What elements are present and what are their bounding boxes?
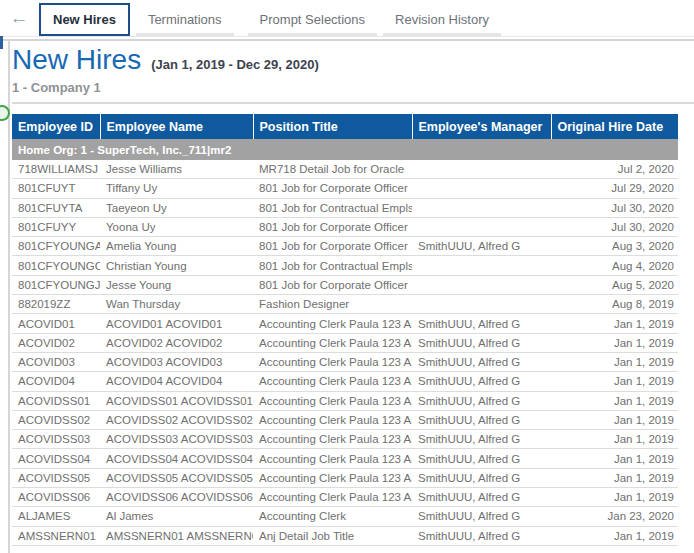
table-row[interactable]: ACOVIDSS01 ACOVIDSS01 ACOVIDSS01 Account… [12,391,678,410]
cell-employee-id: ACOVIDSS02 [12,410,100,429]
report-prompt-company: 1 - Company 1 [12,80,694,95]
cell-employee-name: ACOVIDSS05 ACOVIDSS05 [100,468,253,487]
cell-employee-name: ACOVID03 ACOVID03 [100,352,253,371]
cell-employees-manager: SmithUUU, Alfred G [412,449,551,468]
cell-employees-manager [412,217,551,236]
cell-employee-id: ALJAMES [12,507,100,526]
cell-position-title: Accounting Clerk Paula 123 ABC [253,468,412,487]
col-header-employees-manager[interactable]: Employee's Manager [412,114,551,139]
cell-employee-id: ACOVID01 [12,314,100,333]
table-row[interactable]: ACOVID04 ACOVID04 ACOVID04 Accounting Cl… [12,372,678,391]
table-row[interactable]: ACOVIDSS03 ACOVIDSS03 ACOVIDSS03 Account… [12,430,678,449]
table-row[interactable]: ACOVIDSS04 ACOVIDSS04 ACOVIDSS04 Account… [12,449,678,468]
table-row[interactable]: ACOVIDSS06 ACOVIDSS06 ACOVIDSS06 Account… [12,488,678,507]
cell-employee-name: Al James [100,507,253,526]
cell-position-title: 801 Job for Corporate Officer [253,275,412,294]
cell-employee-id: 801CFYOUNGC [12,256,100,275]
cell-position-title: MR718 Detail Job for Oracle [253,160,412,179]
table-row[interactable]: ACOVID03 ACOVID03 ACOVID03 Accounting Cl… [12,352,678,371]
cell-employees-manager: SmithUUU, Alfred G [412,333,551,352]
col-header-position-title[interactable]: Position Title [253,114,412,139]
cell-position-title: Accounting Clerk Paula 123 ABC [253,352,412,371]
cell-employees-manager [412,295,551,314]
cell-employee-id: ACOVIDSS03 [12,430,100,449]
cell-employee-id: ACOVID03 [12,352,100,371]
table-row[interactable]: AMSSNERN01 AMSSNERN01 AMSSNERN01 Anj Det… [12,526,678,545]
cell-employee-name: Tiffany Uy [100,179,253,198]
cell-position-title: Anj Detail Job Title [253,526,412,545]
cell-original-hire-date: Jan 1, 2019 [551,410,678,429]
cell-employee-name: ACOVID01 ACOVID01 [100,314,253,333]
table-row[interactable]: ACOVIDSS05 ACOVIDSS05 ACOVIDSS05 Account… [12,468,678,487]
cell-employee-id: ACOVID04 [12,372,100,391]
table-row[interactable]: 801CFYOUNGJ Jesse Young 801 Job for Corp… [12,275,678,294]
cell-employee-id: 801CFUYY [12,217,100,236]
cell-employees-manager: SmithUUU, Alfred G [412,488,551,507]
title-row: New Hires (Jan 1, 2019 - Dec 29, 2020) [12,45,694,75]
cell-employees-manager: SmithUUU, Alfred G [412,526,551,545]
cell-original-hire-date: Jul 2, 2020 [551,160,678,179]
page-title: New Hires [12,45,141,75]
cell-employee-id: 718WILLIAMSJ [12,160,100,179]
tab-prompt-selections[interactable]: Prompt Selections [248,3,378,36]
report-content: New Hires (Jan 1, 2019 - Dec 29, 2020) 1… [12,45,694,546]
back-arrow-icon[interactable]: ← [4,3,34,33]
cell-employee-id: 801CFUYT [12,179,100,198]
cell-employee-id: 801CFYOUNGA [12,237,100,256]
tab-label: Prompt Selections [260,12,366,27]
cell-position-title: Accounting Clerk Paula 123 ABC [253,410,412,429]
group-header-row: Home Org: 1 - SuperTech, Inc._711|mr2 [12,139,678,160]
cell-position-title: 801 Job for Corporate Officer [253,179,412,198]
cell-employees-manager: SmithUUU, Alfred G [412,430,551,449]
left-edge-accent [0,36,3,49]
tab-bar: ← New Hires Terminations Prompt Selectio… [0,0,694,36]
table-row[interactable]: ACOVIDSS02 ACOVIDSS02 ACOVIDSS02 Account… [12,410,678,429]
cell-employees-manager: SmithUUU, Alfred G [412,237,551,256]
col-header-original-hire-date[interactable]: Original Hire Date [551,114,678,139]
cell-employee-name: ACOVIDSS03 ACOVIDSS03 [100,430,253,449]
table-row[interactable]: 801CFYOUNGC Christian Young 801 Job for … [12,256,678,275]
table-row[interactable]: 801CFUYY Yoona Uy 801 Job for Corporate … [12,217,678,236]
cell-original-hire-date: Jan 1, 2019 [551,333,678,352]
tab-revision-history[interactable]: Revision History [383,3,501,36]
col-header-employee-id[interactable]: Employee ID [12,114,100,139]
table-row[interactable]: 801CFUYT Tiffany Uy 801 Job for Corporat… [12,179,678,198]
cell-original-hire-date: Aug 4, 2020 [551,256,678,275]
cell-original-hire-date: Jan 1, 2019 [551,352,678,371]
col-header-employee-name[interactable]: Employee Name [100,114,253,139]
cell-employee-name: ACOVIDSS02 ACOVIDSS02 [100,410,253,429]
cell-original-hire-date: Aug 8, 2019 [551,295,678,314]
cell-employee-id: 882019ZZ [12,295,100,314]
cell-original-hire-date: Aug 5, 2020 [551,275,678,294]
cell-position-title: 801 Job for Contractual Empls [253,198,412,217]
cell-position-title: Accounting Clerk Paula 123 ABC [253,391,412,410]
cell-original-hire-date: Jan 1, 2019 [551,488,678,507]
cell-employee-name: Jesse Young [100,275,253,294]
cell-position-title: 801 Job for Contractual Empls [253,256,412,275]
report-date-range: (Jan 1, 2019 - Dec 29, 2020) [151,57,319,72]
cell-original-hire-date: Jul 29, 2020 [551,179,678,198]
cell-employee-name: Christian Young [100,256,253,275]
cell-employee-id: ACOVIDSS01 [12,391,100,410]
cell-original-hire-date: Jan 1, 2019 [551,314,678,333]
tab-terminations[interactable]: Terminations [136,3,234,36]
cell-position-title: Accounting Clerk [253,507,412,526]
table-row[interactable]: 801CFUYTA Taeyeon Uy 801 Job for Contrac… [12,198,678,217]
cell-original-hire-date: Jan 1, 2019 [551,526,678,545]
cell-position-title: Accounting Clerk Paula 123 ABC [253,372,412,391]
cell-employees-manager: SmithUUU, Alfred G [412,507,551,526]
table-row[interactable]: 801CFYOUNGA Amelia Young 801 Job for Cor… [12,237,678,256]
tab-label: Terminations [148,12,222,27]
table-row[interactable]: 882019ZZ Wan Thursday Fashion Designer A… [12,295,678,314]
table-row[interactable]: ACOVID02 ACOVID02 ACOVID02 Accounting Cl… [12,333,678,352]
tab-new-hires[interactable]: New Hires [39,3,130,36]
cell-position-title: Accounting Clerk Paula 123 ABC [253,488,412,507]
table-row[interactable]: ALJAMES Al James Accounting Clerk SmithU… [12,507,678,526]
table-row[interactable]: 718WILLIAMSJ Jesse Williams MR718 Detail… [12,160,678,179]
table-header-row: Employee ID Employee Name Position Title… [12,114,678,139]
cell-employee-id: ACOVIDSS05 [12,468,100,487]
cell-employee-id: 801CFYOUNGJ [12,275,100,294]
cell-employee-name: ACOVIDSS01 ACOVIDSS01 [100,391,253,410]
table-row[interactable]: ACOVID01 ACOVID01 ACOVID01 Accounting Cl… [12,314,678,333]
cell-original-hire-date: Jan 23, 2020 [551,507,678,526]
